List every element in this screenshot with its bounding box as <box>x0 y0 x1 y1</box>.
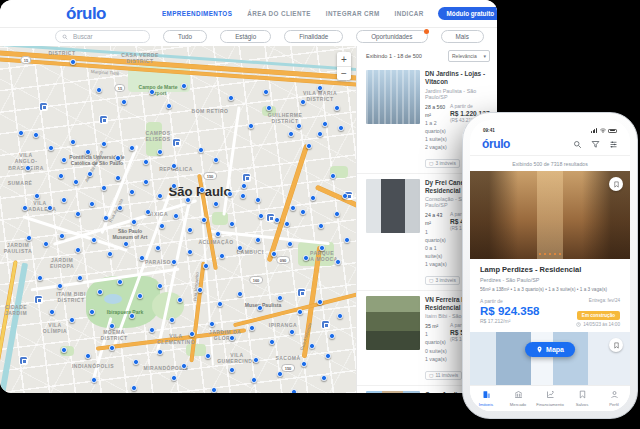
map-marker[interactable] <box>189 331 195 337</box>
map-marker[interactable] <box>240 193 246 199</box>
map-marker[interactable] <box>169 317 175 323</box>
map-marker[interactable] <box>277 295 283 301</box>
map-marker[interactable] <box>228 95 234 101</box>
map-marker[interactable] <box>306 143 312 149</box>
filter-pill-oportunidades[interactable]: Oportunidades <box>356 30 427 43</box>
map-marker[interactable] <box>96 87 102 93</box>
nav-item-empreendimentos[interactable]: EMPREENDIMENTOS <box>162 10 232 17</box>
filter-pill-finalidade[interactable]: Finalidade <box>284 30 343 43</box>
map-marker[interactable] <box>149 327 155 333</box>
map-marker[interactable] <box>18 130 24 136</box>
map-marker[interactable] <box>303 255 309 261</box>
map-marker[interactable] <box>129 313 135 319</box>
map-marker[interactable] <box>70 59 76 65</box>
map-marker[interactable] <box>290 205 296 211</box>
map-marker[interactable] <box>205 353 211 359</box>
map-marker[interactable] <box>310 195 316 201</box>
map-marker[interactable] <box>317 299 323 305</box>
search-field[interactable] <box>55 30 150 43</box>
map-marker[interactable] <box>241 183 247 189</box>
map-marker[interactable] <box>97 289 103 295</box>
map-marker[interactable] <box>33 132 39 138</box>
map-marker[interactable] <box>263 89 269 95</box>
map-marker[interactable] <box>109 345 115 351</box>
map-marker[interactable] <box>266 105 272 111</box>
free-module-button[interactable]: Módulo gratuito <box>438 7 497 20</box>
nav-item-integrar-crm[interactable]: INTEGRAR CRM <box>326 10 380 17</box>
map-marker[interactable] <box>115 155 121 161</box>
map-marker[interactable] <box>75 247 81 253</box>
nav-item-indicar[interactable]: INDICAR <box>395 10 424 17</box>
map-marker[interactable] <box>301 361 307 367</box>
map-marker[interactable] <box>157 349 163 355</box>
map-marker[interactable] <box>329 333 335 339</box>
map-marker[interactable] <box>117 279 123 285</box>
map-marker[interactable] <box>157 193 163 199</box>
map-marker[interactable] <box>89 309 95 315</box>
tab-mercado[interactable]: Mercado <box>502 390 534 407</box>
map-marker[interactable] <box>300 209 306 215</box>
map-marker[interactable] <box>22 205 28 211</box>
map-marker[interactable] <box>77 275 83 281</box>
map-marker[interactable] <box>198 147 204 153</box>
map-marker[interactable] <box>322 121 328 127</box>
map-marker[interactable] <box>157 149 163 155</box>
map-marker[interactable] <box>258 213 264 219</box>
map-marker[interactable] <box>318 223 324 229</box>
map-marker[interactable] <box>75 211 81 217</box>
map-marker[interactable] <box>34 193 40 199</box>
map-marker[interactable] <box>335 259 341 265</box>
map-marker[interactable] <box>101 141 107 147</box>
map-marker[interactable] <box>159 223 165 229</box>
map-marker[interactable] <box>269 339 275 345</box>
map-marker[interactable] <box>129 189 135 195</box>
map-marker[interactable] <box>287 241 293 247</box>
map-marker[interactable] <box>115 175 121 181</box>
filter-pill-esta-gio[interactable]: Estágio <box>220 30 271 43</box>
map-marker[interactable] <box>157 283 163 289</box>
map-marker[interactable] <box>109 323 115 329</box>
next-listing-photo-mobile[interactable]: Mapa <box>470 332 630 385</box>
map-marker[interactable] <box>25 165 31 171</box>
map-marker[interactable] <box>229 335 235 341</box>
filter-pill-mais[interactable]: Mais <box>441 30 484 43</box>
map-marker[interactable] <box>337 313 343 319</box>
units-chip[interactable]: ▢11 imóveis <box>425 371 462 380</box>
map-marker[interactable] <box>255 197 261 203</box>
map-marker[interactable] <box>91 237 97 243</box>
listing-photo-mobile[interactable] <box>470 171 630 259</box>
map-marker[interactable] <box>61 157 67 163</box>
map-marker[interactable] <box>342 193 348 199</box>
map-marker[interactable] <box>297 309 303 315</box>
map-marker[interactable] <box>171 259 177 265</box>
map-marker[interactable] <box>219 253 225 259</box>
map-marker[interactable] <box>187 249 193 255</box>
map[interactable]: Marginal TietêAvenida AngélicaRua August… <box>0 46 356 393</box>
map-marker[interactable] <box>289 329 295 335</box>
map-marker[interactable] <box>215 231 221 237</box>
map-marker[interactable] <box>284 221 290 227</box>
map-marker[interactable] <box>26 235 32 241</box>
map-marker[interactable] <box>255 237 261 243</box>
map-marker[interactable] <box>211 387 217 393</box>
map-marker[interactable] <box>91 377 97 383</box>
map-zoom-in-button[interactable]: + <box>337 52 351 66</box>
map-marker[interactable] <box>217 301 223 307</box>
map-marker[interactable] <box>229 367 235 373</box>
map-marker[interactable] <box>277 371 283 377</box>
map-marker[interactable] <box>181 363 187 369</box>
units-chip[interactable]: ▢3 imóveis <box>425 276 460 285</box>
map-marker[interactable] <box>213 201 219 207</box>
map-marker[interactable] <box>85 149 91 155</box>
map-marker[interactable] <box>133 359 139 365</box>
map-marker[interactable] <box>237 291 243 297</box>
map-marker[interactable] <box>185 197 191 203</box>
map-marker[interactable] <box>201 217 207 223</box>
sort-sliders-icon[interactable] <box>609 140 618 149</box>
map-marker[interactable] <box>47 205 53 211</box>
map-marker[interactable] <box>317 131 323 137</box>
map-marker[interactable] <box>338 125 344 131</box>
map-marker[interactable] <box>227 191 233 197</box>
units-chip[interactable]: ▢3 imóveis <box>425 159 460 168</box>
map-marker[interactable] <box>321 375 327 381</box>
